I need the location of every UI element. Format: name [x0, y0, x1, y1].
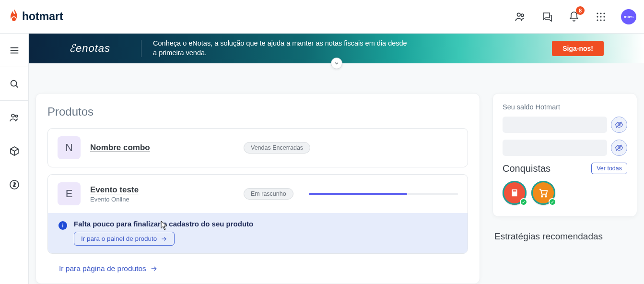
- saldo-card: Seu saldo Hotmart Conquis: [492, 93, 637, 217]
- toggle-visibility-button[interactable]: [611, 117, 627, 133]
- status-pill: Vendas Encerradas: [244, 142, 310, 154]
- svg-point-4: [597, 12, 598, 14]
- check-icon: ✓: [549, 198, 556, 206]
- svg-line-17: [16, 85, 18, 87]
- svg-rect-29: [513, 190, 516, 192]
- svg-point-18: [12, 114, 14, 117]
- flame-icon: [7, 8, 21, 25]
- apps-grid-icon[interactable]: [594, 10, 608, 24]
- product-letter: E: [58, 182, 81, 205]
- achievement-badge[interactable]: ✓: [531, 181, 555, 205]
- info-icon: i: [59, 221, 67, 230]
- enotas-logo: ℰenotas: [40, 42, 129, 55]
- sidebar: [0, 34, 29, 284]
- logo[interactable]: hotmart: [7, 8, 63, 25]
- status-pill: Em rascunho: [244, 188, 293, 200]
- top-header: hotmart 8 mies: [0, 0, 644, 34]
- check-icon: ✓: [520, 198, 527, 206]
- svg-point-19: [15, 115, 17, 117]
- saldo-row: [503, 117, 627, 133]
- saldo-label: Seu saldo Hotmart: [503, 103, 627, 111]
- hidden-balance: [503, 140, 607, 156]
- conquistas-title: Conquistas: [503, 163, 550, 174]
- svg-point-10: [597, 19, 598, 21]
- main: ℰenotas Conheça o eNotas, a solução que …: [29, 34, 644, 284]
- achievement-row: ✓ ✓: [503, 181, 627, 205]
- toggle-visibility-button[interactable]: [611, 140, 627, 156]
- sidebar-item-products[interactable]: [0, 134, 28, 168]
- svg-point-31: [545, 196, 547, 197]
- sidebar-item-people[interactable]: [0, 101, 28, 134]
- notifications-icon[interactable]: 8: [567, 10, 581, 24]
- svg-point-30: [541, 196, 543, 197]
- sidebar-item-money[interactable]: [0, 168, 28, 201]
- svg-point-7: [597, 16, 598, 17]
- layout: ℰenotas Conheça o eNotas, a solução que …: [0, 34, 644, 284]
- header-right: 8 mies: [514, 9, 636, 24]
- achievement-badge[interactable]: ✓: [503, 181, 527, 205]
- product-row-inner[interactable]: E Evento teste Evento Online Em rascunho: [48, 175, 468, 213]
- promo-banner: ℰenotas Conheça o eNotas, a solução que …: [29, 34, 644, 63]
- svg-point-11: [600, 19, 601, 21]
- sidebar-menu-toggle[interactable]: [0, 34, 28, 67]
- avatar[interactable]: mies: [621, 9, 636, 24]
- product-name-link[interactable]: Evento teste: [90, 185, 234, 195]
- alert-text: Falta pouco para finalizar o cadastro do…: [74, 220, 253, 228]
- alert-panel: i Falta pouco para finalizar o cadastro …: [48, 213, 468, 253]
- logo-text: hotmart: [22, 10, 63, 23]
- right-column: Seu saldo Hotmart Conquis: [492, 93, 637, 284]
- product-row: E Evento teste Evento Online Em rascunho…: [47, 174, 468, 254]
- produtos-title: Produtos: [47, 105, 468, 118]
- progress-bar: [309, 193, 458, 195]
- hidden-balance: [503, 117, 607, 133]
- product-letter: N: [58, 136, 81, 159]
- follow-us-button[interactable]: Siga-nos!: [552, 41, 604, 56]
- svg-point-6: [603, 12, 605, 14]
- go-to-products-page-link[interactable]: Ir para página de produtos: [59, 264, 158, 273]
- product-name-link[interactable]: Nombre combo: [90, 143, 234, 153]
- divider: [141, 40, 141, 57]
- svg-point-8: [600, 16, 601, 17]
- svg-point-2: [517, 13, 521, 16]
- svg-point-1: [12, 17, 16, 21]
- svg-point-3: [521, 14, 524, 16]
- svg-point-12: [603, 19, 605, 21]
- saldo-row: [503, 140, 627, 156]
- svg-point-9: [603, 16, 605, 17]
- ver-todas-button[interactable]: Ver todas: [591, 163, 627, 174]
- community-icon[interactable]: [514, 10, 527, 24]
- product-subtitle: Evento Online: [90, 196, 234, 203]
- produtos-card: Produtos N Nombre combo Vendas Encerrada…: [35, 93, 480, 284]
- chat-icon[interactable]: [540, 10, 554, 24]
- notification-badge: 8: [576, 6, 585, 15]
- estrategias-title: Estratégias recomendadas: [492, 231, 637, 242]
- content-row: Produtos N Nombre combo Vendas Encerrada…: [29, 63, 644, 284]
- sidebar-search[interactable]: [0, 67, 28, 101]
- product-row[interactable]: N Nombre combo Vendas Encerradas: [47, 128, 468, 167]
- svg-point-5: [600, 12, 601, 14]
- promo-text: Conheça o eNotas, a solução que te ajuda…: [153, 39, 412, 58]
- svg-point-16: [11, 80, 16, 86]
- go-to-product-panel-button[interactable]: Ir para o painel de produto: [74, 232, 175, 246]
